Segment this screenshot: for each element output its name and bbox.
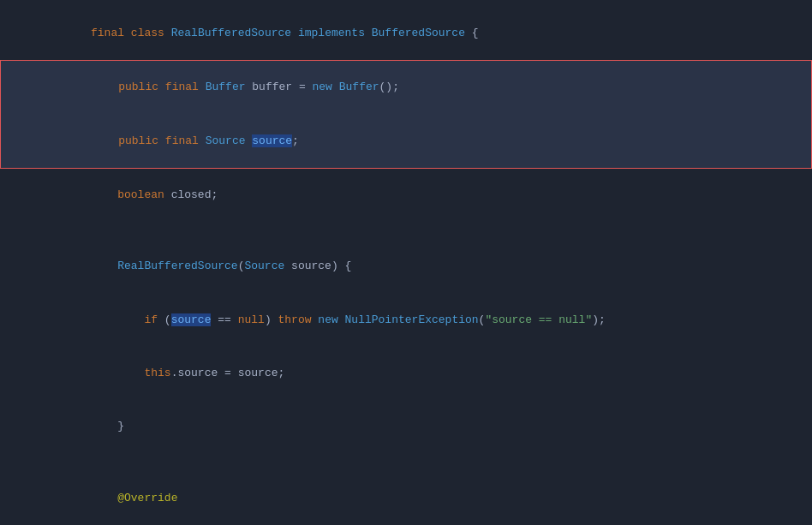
lc-6: RealBufferedSource(Source source) { <box>24 240 805 293</box>
line-5 <box>0 223 812 241</box>
line-3: public final Source source; <box>0 115 812 169</box>
lc-4: boolean closed; <box>24 169 805 222</box>
lines-area: final class RealBufferedSource implement… <box>0 7 812 525</box>
line-4: boolean closed; <box>0 169 812 222</box>
lc-11: @Override <box>24 472 805 525</box>
code-wrapper: final class RealBufferedSource implement… <box>0 7 812 518</box>
lc-1: final class RealBufferedSource implement… <box>24 7 805 60</box>
lc-7: if (source == null) throw new NullPointe… <box>24 294 805 347</box>
lc-2: public final Buffer buffer = new Buffer(… <box>25 61 804 114</box>
line-11: @Override <box>0 472 812 525</box>
lc-3: public final Source source; <box>25 115 804 168</box>
lc-8: this.source = source; <box>24 347 805 400</box>
lc-10 <box>24 454 805 472</box>
line-2: public final Buffer buffer = new Buffer(… <box>0 60 812 114</box>
line-10 <box>0 454 812 472</box>
line-7: if (source == null) throw new NullPointe… <box>0 294 812 347</box>
line-1: final class RealBufferedSource implement… <box>0 7 812 60</box>
line-6: RealBufferedSource(Source source) { <box>0 240 812 293</box>
lc-9: } <box>24 401 805 454</box>
code-editor: final class RealBufferedSource implement… <box>0 0 812 525</box>
line-8: this.source = source; <box>0 347 812 400</box>
line-9: } <box>0 401 812 454</box>
lc-5 <box>24 223 805 241</box>
